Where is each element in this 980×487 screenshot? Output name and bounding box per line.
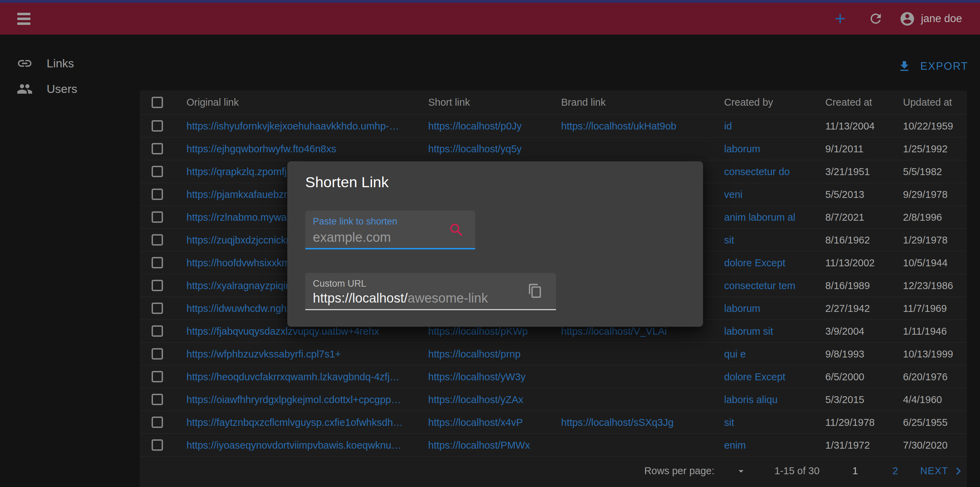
created-at-cell: 6/5/2000 [825, 365, 864, 388]
search-icon[interactable] [448, 222, 465, 238]
original-link-cell[interactable]: https://faytznbqxzcflcmlvguysp.cxfie1ofw… [186, 411, 403, 434]
table-row: https://wfphbzuzvkssabyrfi.cpl7s1+ https… [140, 342, 967, 365]
row-checkbox[interactable] [151, 371, 163, 382]
original-link-cell[interactable]: https://rzlnabmo.mywal [186, 206, 289, 229]
row-checkbox[interactable] [151, 302, 163, 314]
table-row: https://heoqduvcfakrrxqwamh.lzkavgbndq-4… [140, 365, 967, 388]
row-checkbox[interactable] [151, 166, 163, 177]
paste-link-input[interactable]: example.com [313, 230, 391, 245]
updated-at-cell: 9/29/1978 [903, 183, 948, 206]
original-link-cell[interactable]: https://qrapkzlq.zpomfj- [186, 160, 290, 183]
created-by-cell: sit [724, 411, 734, 434]
short-link-cell[interactable]: https://localhost/x4vP [428, 411, 523, 434]
created-by-cell: consectetur do [724, 160, 790, 183]
pagination-range: 1-15 of 30 [775, 465, 820, 477]
appbar-actions: jane doe [832, 11, 962, 27]
select-all-checkbox[interactable] [151, 97, 163, 108]
updated-at-cell: 7/30/2020 [903, 434, 948, 457]
updated-at-cell: 6/25/1955 [903, 411, 948, 434]
updated-at-cell: 5/5/1982 [903, 160, 942, 183]
created-at-cell: 8/16/1989 [825, 274, 870, 297]
original-link-cell[interactable]: https://idwuwhcdw.nghx [186, 297, 292, 320]
row-checkbox[interactable] [151, 417, 163, 428]
original-link-cell[interactable]: https://iyoaseqynovdortviimpvbawis.koeqw… [186, 434, 401, 457]
row-checkbox[interactable] [151, 189, 163, 200]
column-header-updated-at[interactable]: Updated at [903, 91, 952, 114]
copy-icon[interactable] [528, 283, 543, 298]
table-row: https://ejhgqwborhwyfw.fto46n8xs https:/… [140, 137, 967, 160]
original-link-cell[interactable]: https://zuqjbxdzjccnickr [186, 229, 290, 251]
row-checkbox[interactable] [151, 257, 163, 268]
original-link-cell[interactable]: https://wfphbzuzvkssabyrfi.cpl7s1+ [186, 343, 341, 365]
app-bar: jane doe [0, 3, 980, 35]
custom-url-input[interactable]: https://localhost/awesome-link [313, 291, 488, 306]
row-checkbox[interactable] [151, 120, 163, 132]
short-link-cell[interactable]: https://localhost/prnp [428, 343, 521, 365]
column-header-original-link[interactable]: Original link [186, 91, 239, 114]
created-by-cell: laboris aliqu [724, 388, 778, 411]
sidebar-item-links[interactable]: Links [0, 51, 140, 76]
row-checkbox[interactable] [151, 439, 163, 451]
download-icon [897, 59, 911, 73]
created-at-cell: 5/5/2013 [825, 183, 864, 206]
column-header-short-link[interactable]: Short link [428, 91, 470, 114]
short-link-cell[interactable]: https://localhost/yq5y [428, 137, 522, 160]
caret-down-icon[interactable] [735, 465, 747, 477]
updated-at-cell: 6/20/1976 [903, 365, 948, 388]
created-at-cell: 11/13/2004 [825, 115, 875, 137]
chevron-right-icon [953, 466, 963, 476]
original-link-cell[interactable]: https://pjamkxafauebzro [186, 183, 293, 206]
menu-icon [17, 18, 30, 20]
menu-button[interactable] [17, 10, 30, 27]
original-link-cell[interactable]: https://hoofdvwhsixxkm [186, 251, 290, 274]
shorten-link-dialog: Shorten Link Paste link to shorten examp… [287, 161, 703, 327]
created-at-cell: 5/3/2015 [825, 388, 864, 411]
original-link-cell[interactable]: https://ishyufornkvjkejxoehuhaavkkhdo.um… [186, 115, 399, 137]
original-link-cell[interactable]: https://oiawfhhryrdgxlpgkejmol.cdottxl+c… [186, 388, 401, 411]
row-checkbox[interactable] [151, 394, 163, 405]
original-link-cell[interactable]: https://ejhgqwborhwyfw.fto46n8xs [186, 137, 336, 160]
created-at-cell: 8/7/2021 [825, 206, 864, 229]
created-by-cell: laborum sit [724, 320, 773, 343]
short-link-cell[interactable]: https://localhost/p0Jy [428, 115, 522, 137]
row-checkbox[interactable] [151, 325, 163, 337]
refresh-button[interactable] [868, 11, 883, 26]
row-checkbox[interactable] [151, 280, 163, 291]
created-at-cell: 11/13/2002 [825, 251, 875, 274]
custom-url-field[interactable]: Custom URL https://localhost/awesome-lin… [305, 273, 556, 310]
next-label: NEXT [920, 465, 948, 477]
row-checkbox[interactable] [151, 348, 163, 360]
next-page-button[interactable]: NEXT [920, 465, 963, 477]
paste-link-field[interactable]: Paste link to shorten example.com [305, 211, 475, 249]
row-checkbox[interactable] [151, 143, 163, 154]
short-link-cell[interactable]: https://localhost/yZAx [428, 388, 523, 411]
created-at-cell: 3/9/2004 [825, 320, 864, 343]
original-link-cell[interactable]: https://heoqduvcfakrrxqwamh.lzkavgbndq-4… [186, 365, 399, 388]
column-header-brand-link[interactable]: Brand link [561, 91, 606, 114]
account-circle-icon[interactable] [899, 11, 915, 27]
column-header-created-by[interactable]: Created by [724, 91, 773, 114]
row-checkbox[interactable] [151, 234, 163, 245]
export-label: EXPORT [920, 60, 968, 73]
column-header-created-at[interactable]: Created at [825, 91, 872, 114]
dialog-title: Shorten Link [305, 174, 388, 191]
row-checkbox[interactable] [151, 212, 163, 223]
created-at-cell: 11/29/1978 [825, 411, 875, 434]
created-by-cell: anim laborum al [724, 206, 795, 229]
export-button[interactable]: EXPORT [897, 56, 968, 76]
brand-link-cell[interactable]: https://localhost/ukHat9ob [561, 115, 676, 137]
rows-per-page-label: Rows per page: [644, 465, 714, 477]
short-link-cell[interactable]: https://localhost/PMWx [428, 434, 530, 457]
created-at-cell: 2/27/1942 [825, 297, 870, 320]
short-link-cell[interactable]: https://localhost/yW3y [428, 365, 525, 388]
table-header: Original link Short link Brand link Crea… [140, 91, 967, 114]
original-link-cell[interactable]: https://xyalragnayzpiqir [186, 274, 289, 297]
page-button-1[interactable]: 1 [852, 465, 858, 477]
add-link-button[interactable] [832, 11, 848, 27]
brand-link-cell[interactable]: https://localhost/sSXq3Jg [561, 411, 674, 434]
updated-at-cell: 11/7/1969 [903, 297, 947, 320]
created-at-cell: 1/31/1972 [825, 434, 870, 457]
user-name[interactable]: jane doe [921, 13, 962, 25]
sidebar-item-users[interactable]: Users [0, 76, 140, 102]
page-button-2[interactable]: 2 [892, 465, 898, 477]
